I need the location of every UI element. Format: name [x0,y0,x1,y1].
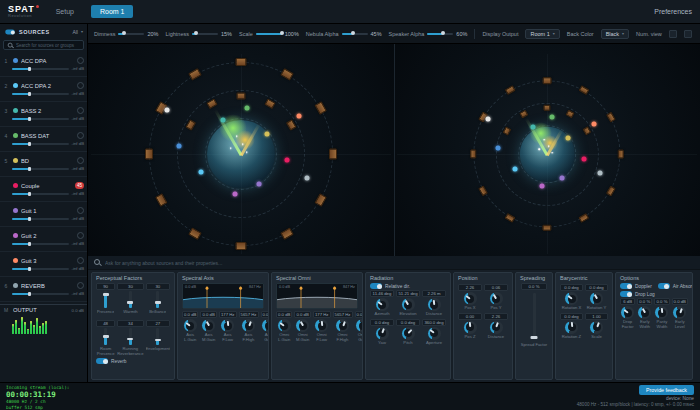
knob-dial[interactable] [565,292,578,305]
radiation-knob-4[interactable]: 0.0 degPitch [396,319,420,346]
source-row[interactable]: Guit 3-inf dB [0,252,87,277]
tab-room-1[interactable]: Room 1 [91,5,134,18]
tab-setup[interactable]: Setup [47,5,83,18]
scene-source-dot[interactable] [198,170,203,175]
perceptual-slider-4[interactable]: 34Running Reverberance [117,320,143,356]
axis-knob-2[interactable]: 177 HzAxis F.Low [219,311,237,343]
knob-dial[interactable] [315,319,328,332]
scene-source-dot[interactable] [598,171,603,176]
source-gain-slider[interactable] [12,68,69,70]
options-knob-1[interactable]: 0.0 %Early Width [637,298,652,330]
slider-thumb[interactable] [28,267,31,271]
knob-dial[interactable] [376,298,389,311]
omni-knob-3[interactable]: 5657 HzOmni F.High [333,311,353,343]
radiation-knob-2[interactable]: 2.26 mDistance [422,290,446,317]
slider-thumb[interactable] [103,335,109,338]
knob-dial[interactable] [590,321,603,334]
speaker-box[interactable] [236,93,245,100]
slider-track[interactable] [104,291,107,308]
options-knob-3[interactable]: 0.0 dBEarly Level [672,298,688,330]
source-gain-slider[interactable] [12,93,69,95]
barycentric-knob-0[interactable]: 0.0 degRotation X [560,284,583,311]
perceptual-slider-1[interactable]: 30Warmth [117,283,143,319]
spectral-axis-graph[interactable]: 0.0 dB 847 Hz [182,283,264,309]
options-knob-0[interactable]: 6 dBDrop Factor [620,298,635,330]
scene-source-dot[interactable] [176,144,181,149]
knob-dial[interactable] [402,298,415,311]
query-input[interactable] [105,260,694,266]
slider-thumb[interactable] [28,192,31,196]
scene-source-dot[interactable] [540,184,545,189]
speaker-box[interactable] [543,225,552,231]
axis-knob-3[interactable]: 5657 HzAxis F.High [239,311,259,343]
position-knob-1[interactable]: 0.06Pos Y [484,284,508,311]
knob-dial[interactable] [638,306,651,319]
knob-dial[interactable] [490,321,503,334]
source-gain-slider[interactable] [12,243,69,245]
scene-source-dot[interactable] [513,166,518,171]
knob-dial[interactable] [590,292,603,305]
speaker-box[interactable] [470,150,476,159]
slider-track[interactable] [156,291,159,308]
perceptual-slider-5[interactable]: 27Envelopment [146,320,170,356]
omni-knob-0[interactable]: 0.0 dBOmni L.Gain [276,311,292,343]
doppler-toggle[interactable]: Doppler [620,283,655,289]
sources-filter-all[interactable]: All [72,29,78,35]
viewport-right[interactable] [395,44,700,256]
axis-knob-4[interactable]: 0.0 dBAxis Gain [261,311,269,343]
perceptual-slider-0[interactable]: 90Presence [96,283,115,319]
sources-enable-toggle[interactable] [5,29,15,34]
source-gain-slider[interactable] [12,118,69,120]
slider-track[interactable] [118,33,144,35]
knob-dial[interactable] [278,319,291,332]
source-row[interactable]: 1ACC DPA-inf dB [0,52,87,77]
source-config-button[interactable] [77,232,84,239]
slider-thumb[interactable] [28,217,31,221]
output-section[interactable]: M OUTPUT 0.0 dB [0,304,87,336]
scene-source-dot[interactable] [284,158,289,163]
slider-thumb[interactable] [127,338,133,341]
speaker-box[interactable] [145,149,153,160]
source-config-button[interactable] [77,257,84,264]
axis-knob-1[interactable]: 0.0 dBAxis M.Gain [200,311,216,343]
slider-track[interactable] [156,328,159,345]
scene-source-dot[interactable] [256,182,261,187]
scene-source-dot[interactable] [550,115,555,120]
scene-source-dot[interactable] [591,121,596,126]
speaker-box[interactable] [543,77,552,83]
radiation-knob-3[interactable]: 0.0 degYaw [370,319,394,346]
scene-source-dot[interactable] [566,136,571,141]
slider-track[interactable] [192,33,218,35]
slider-thumb[interactable] [122,31,126,35]
position-knob-2[interactable]: 0.00Pos Z [458,313,482,340]
omni-knob-4[interactable]: 0.0 dBOmni Gain [355,311,363,343]
knob-dial[interactable] [242,319,255,332]
slider-track[interactable] [129,291,132,308]
toggle-switch[interactable] [658,283,670,289]
slider-track[interactable] [256,33,282,35]
slider-track[interactable] [342,33,368,35]
scene-source-dot[interactable] [296,114,301,119]
source-config-button[interactable] [77,57,84,64]
barycentric-knob-1[interactable]: 0.0 degRotation Y [585,284,608,311]
position-knob-3[interactable]: 2.26Distance [484,313,508,340]
knob-dial[interactable] [402,327,415,340]
source-gain-slider[interactable] [12,218,69,220]
slider-thumb[interactable] [28,92,31,96]
slider-thumb[interactable] [103,293,109,296]
sources-search-input[interactable] [16,43,80,48]
knob-dial[interactable] [565,321,578,334]
source-row[interactable]: Guit 2-inf dB [0,227,87,252]
knob-dial[interactable] [428,327,441,340]
knob-dial[interactable] [464,321,477,334]
scene-source-dot[interactable] [220,118,225,123]
slider-thumb[interactable] [28,67,31,71]
slider-thumb[interactable] [28,142,31,146]
toggle-switch[interactable] [96,358,108,364]
speaker-box[interactable] [235,242,246,250]
scene-source-dot[interactable] [164,108,169,113]
slider-track[interactable] [104,328,107,345]
source-gain-slider[interactable] [12,268,69,270]
source-gain-slider[interactable] [12,168,69,170]
slider-thumb[interactable] [127,301,133,304]
